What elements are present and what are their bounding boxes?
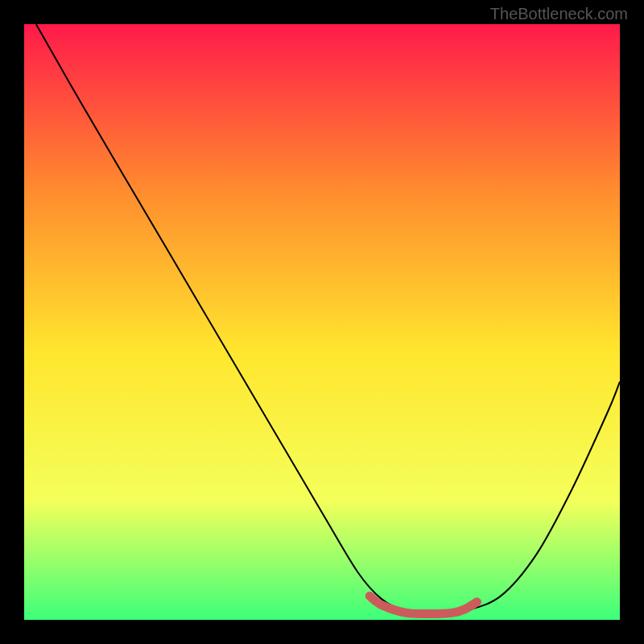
plot-area: [24, 24, 620, 620]
watermark-text: TheBottleneck.com: [490, 5, 628, 23]
chart-container: TheBottleneck.com: [0, 0, 644, 644]
gradient-background: [24, 24, 620, 620]
chart-svg: [24, 24, 620, 620]
